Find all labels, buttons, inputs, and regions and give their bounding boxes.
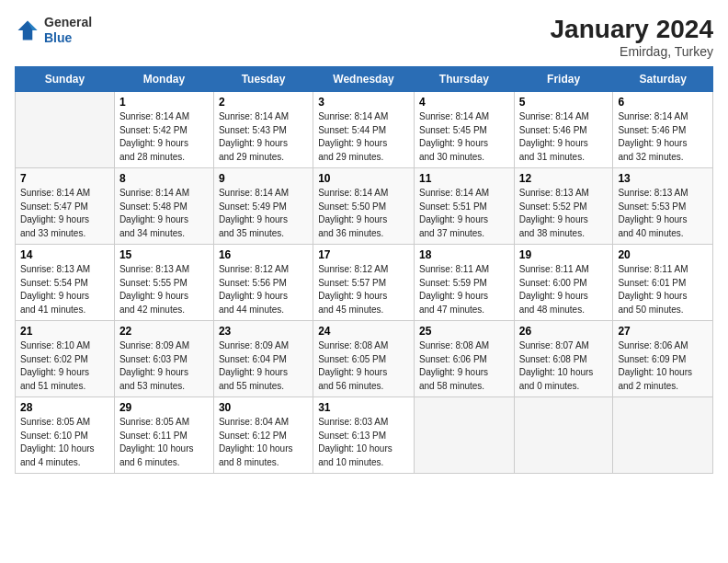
day-info: Sunrise: 8:09 AMSunset: 6:04 PMDaylight:…	[219, 339, 308, 393]
calendar-cell: 11Sunrise: 8:14 AMSunset: 5:51 PMDayligh…	[414, 168, 514, 245]
day-info: Sunrise: 8:14 AMSunset: 5:44 PMDaylight:…	[318, 110, 409, 164]
week-row-3: 21Sunrise: 8:10 AMSunset: 6:02 PMDayligh…	[16, 321, 713, 397]
header-friday: Friday	[514, 67, 613, 92]
day-number: 3	[318, 96, 409, 109]
calendar-cell: 8Sunrise: 8:14 AMSunset: 5:48 PMDaylight…	[114, 168, 213, 245]
day-number: 6	[618, 96, 708, 109]
calendar-cell: 10Sunrise: 8:14 AMSunset: 5:50 PMDayligh…	[313, 168, 415, 245]
day-number: 8	[119, 172, 209, 185]
day-info: Sunrise: 8:06 AMSunset: 6:09 PMDaylight:…	[618, 339, 708, 393]
day-number: 16	[219, 248, 308, 261]
calendar-cell: 13Sunrise: 8:13 AMSunset: 5:53 PMDayligh…	[613, 168, 713, 245]
calendar-cell: 28Sunrise: 8:05 AMSunset: 6:10 PMDayligh…	[16, 397, 115, 474]
day-number: 31	[318, 401, 409, 414]
calendar-header-row: SundayMondayTuesdayWednesdayThursdayFrid…	[16, 67, 713, 92]
day-number: 14	[20, 248, 109, 261]
title-block: January 2024 Emirdag, Turkey	[551, 15, 713, 59]
day-number: 7	[20, 172, 109, 185]
header-thursday: Thursday	[414, 67, 514, 92]
calendar-cell: 15Sunrise: 8:13 AMSunset: 5:55 PMDayligh…	[114, 245, 213, 321]
logo-text: General Blue	[44, 15, 92, 46]
calendar-cell: 18Sunrise: 8:11 AMSunset: 5:59 PMDayligh…	[414, 245, 514, 321]
logo-icon	[15, 17, 40, 43]
day-info: Sunrise: 8:13 AMSunset: 5:52 PMDaylight:…	[519, 187, 609, 240]
day-number: 23	[219, 325, 308, 338]
day-info: Sunrise: 8:11 AMSunset: 6:00 PMDaylight:…	[519, 263, 609, 316]
day-info: Sunrise: 8:14 AMSunset: 5:42 PMDaylight:…	[119, 110, 209, 164]
calendar-table: SundayMondayTuesdayWednesdayThursdayFrid…	[15, 66, 713, 474]
day-info: Sunrise: 8:03 AMSunset: 6:13 PMDaylight:…	[318, 416, 409, 469]
header-saturday: Saturday	[613, 67, 713, 92]
calendar-cell	[414, 397, 514, 474]
day-number: 10	[318, 172, 409, 185]
calendar-cell: 30Sunrise: 8:04 AMSunset: 6:12 PMDayligh…	[213, 397, 313, 474]
week-row-4: 28Sunrise: 8:05 AMSunset: 6:10 PMDayligh…	[16, 397, 713, 474]
header-wednesday: Wednesday	[313, 67, 415, 92]
logo: General Blue	[15, 15, 92, 46]
calendar-cell: 14Sunrise: 8:13 AMSunset: 5:54 PMDayligh…	[16, 245, 115, 321]
day-info: Sunrise: 8:09 AMSunset: 6:03 PMDaylight:…	[119, 339, 209, 393]
calendar-cell: 7Sunrise: 8:14 AMSunset: 5:47 PMDaylight…	[16, 168, 115, 245]
day-info: Sunrise: 8:10 AMSunset: 6:02 PMDaylight:…	[20, 339, 109, 393]
calendar-cell: 29Sunrise: 8:05 AMSunset: 6:11 PMDayligh…	[114, 397, 213, 474]
day-info: Sunrise: 8:14 AMSunset: 5:46 PMDaylight:…	[618, 110, 708, 164]
day-number: 22	[119, 325, 209, 338]
day-info: Sunrise: 8:14 AMSunset: 5:43 PMDaylight:…	[219, 110, 308, 164]
calendar-cell: 3Sunrise: 8:14 AMSunset: 5:44 PMDaylight…	[313, 92, 415, 168]
calendar-cell	[613, 397, 713, 474]
calendar-cell: 21Sunrise: 8:10 AMSunset: 6:02 PMDayligh…	[16, 321, 115, 397]
day-info: Sunrise: 8:08 AMSunset: 6:06 PMDaylight:…	[419, 339, 509, 393]
day-number: 15	[119, 248, 209, 261]
header-monday: Monday	[114, 67, 213, 92]
header-sunday: Sunday	[16, 67, 115, 92]
day-number: 18	[419, 248, 509, 261]
day-info: Sunrise: 8:05 AMSunset: 6:11 PMDaylight:…	[119, 416, 209, 469]
calendar-cell: 17Sunrise: 8:12 AMSunset: 5:57 PMDayligh…	[313, 245, 415, 321]
calendar-cell: 12Sunrise: 8:13 AMSunset: 5:52 PMDayligh…	[514, 168, 613, 245]
calendar-cell: 16Sunrise: 8:12 AMSunset: 5:56 PMDayligh…	[213, 245, 313, 321]
calendar-cell: 2Sunrise: 8:14 AMSunset: 5:43 PMDaylight…	[213, 92, 313, 168]
month-title: January 2024	[551, 15, 713, 44]
day-info: Sunrise: 8:12 AMSunset: 5:56 PMDaylight:…	[219, 263, 308, 316]
day-info: Sunrise: 8:14 AMSunset: 5:46 PMDaylight:…	[519, 110, 609, 164]
day-number: 24	[318, 325, 409, 338]
calendar-cell: 22Sunrise: 8:09 AMSunset: 6:03 PMDayligh…	[114, 321, 213, 397]
day-number: 1	[119, 96, 209, 109]
header-tuesday: Tuesday	[213, 67, 313, 92]
day-info: Sunrise: 8:05 AMSunset: 6:10 PMDaylight:…	[20, 416, 109, 469]
day-number: 11	[419, 172, 509, 185]
day-info: Sunrise: 8:14 AMSunset: 5:47 PMDaylight:…	[20, 187, 109, 240]
day-number: 9	[219, 172, 308, 185]
day-info: Sunrise: 8:11 AMSunset: 5:59 PMDaylight:…	[419, 263, 509, 316]
day-number: 2	[219, 96, 308, 109]
day-info: Sunrise: 8:14 AMSunset: 5:49 PMDaylight:…	[219, 187, 308, 240]
calendar-cell: 5Sunrise: 8:14 AMSunset: 5:46 PMDaylight…	[514, 92, 613, 168]
day-info: Sunrise: 8:11 AMSunset: 6:01 PMDaylight:…	[618, 263, 708, 316]
calendar-cell: 9Sunrise: 8:14 AMSunset: 5:49 PMDaylight…	[213, 168, 313, 245]
day-number: 27	[618, 325, 708, 338]
day-info: Sunrise: 8:14 AMSunset: 5:45 PMDaylight:…	[419, 110, 509, 164]
day-info: Sunrise: 8:13 AMSunset: 5:53 PMDaylight:…	[618, 187, 708, 240]
day-number: 17	[318, 248, 409, 261]
day-info: Sunrise: 8:04 AMSunset: 6:12 PMDaylight:…	[219, 416, 308, 469]
day-info: Sunrise: 8:13 AMSunset: 5:54 PMDaylight:…	[20, 263, 109, 316]
day-info: Sunrise: 8:14 AMSunset: 5:51 PMDaylight:…	[419, 187, 509, 240]
calendar-cell: 23Sunrise: 8:09 AMSunset: 6:04 PMDayligh…	[213, 321, 313, 397]
calendar-cell: 27Sunrise: 8:06 AMSunset: 6:09 PMDayligh…	[613, 321, 713, 397]
day-number: 20	[618, 248, 708, 261]
week-row-0: 1Sunrise: 8:14 AMSunset: 5:42 PMDaylight…	[16, 92, 713, 168]
day-info: Sunrise: 8:14 AMSunset: 5:50 PMDaylight:…	[318, 187, 409, 240]
day-number: 25	[419, 325, 509, 338]
calendar-cell: 1Sunrise: 8:14 AMSunset: 5:42 PMDaylight…	[114, 92, 213, 168]
day-number: 21	[20, 325, 109, 338]
calendar-cell: 31Sunrise: 8:03 AMSunset: 6:13 PMDayligh…	[313, 397, 415, 474]
calendar-cell	[16, 92, 115, 168]
day-info: Sunrise: 8:07 AMSunset: 6:08 PMDaylight:…	[519, 339, 609, 393]
day-number: 26	[519, 325, 609, 338]
day-info: Sunrise: 8:08 AMSunset: 6:05 PMDaylight:…	[318, 339, 409, 393]
day-number: 13	[618, 172, 708, 185]
day-number: 28	[20, 401, 109, 414]
day-info: Sunrise: 8:14 AMSunset: 5:48 PMDaylight:…	[119, 187, 209, 240]
day-number: 29	[119, 401, 209, 414]
calendar-cell	[514, 397, 613, 474]
